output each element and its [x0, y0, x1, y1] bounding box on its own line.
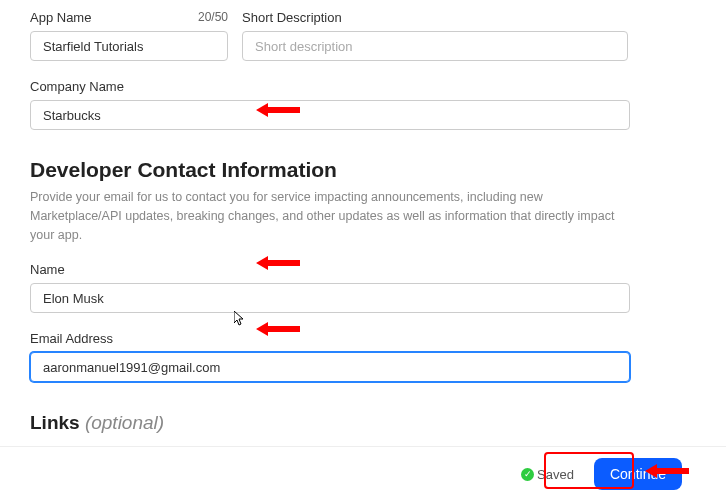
- links-heading: Links (optional): [30, 412, 696, 434]
- name-field: Name: [30, 262, 630, 313]
- name-label: Name: [30, 262, 65, 277]
- developer-contact-heading: Developer Contact Information: [30, 158, 696, 182]
- saved-text: Saved: [537, 467, 574, 482]
- app-name-label: App Name: [30, 10, 91, 25]
- company-name-input[interactable]: [30, 100, 630, 130]
- check-icon: ✓: [521, 468, 534, 481]
- developer-contact-description: Provide your email for us to contact you…: [30, 188, 630, 244]
- email-input[interactable]: [30, 352, 630, 382]
- app-name-input[interactable]: [30, 31, 228, 61]
- saved-status: ✓ Saved: [521, 467, 574, 482]
- links-title-text: Links: [30, 412, 80, 433]
- company-name-label: Company Name: [30, 79, 124, 94]
- footer-bar: ✓ Saved Continue: [0, 446, 726, 501]
- short-desc-input[interactable]: [242, 31, 628, 61]
- short-desc-field: Short Description: [242, 10, 628, 61]
- short-desc-label: Short Description: [242, 10, 342, 25]
- app-name-count: 20/50: [198, 10, 228, 25]
- app-name-field: App Name 20/50: [30, 10, 228, 61]
- email-label: Email Address: [30, 331, 113, 346]
- links-optional: (optional): [85, 412, 164, 433]
- email-field: Email Address: [30, 331, 630, 382]
- company-name-field: Company Name: [30, 79, 630, 130]
- name-input[interactable]: [30, 283, 630, 313]
- continue-button[interactable]: Continue: [594, 458, 682, 490]
